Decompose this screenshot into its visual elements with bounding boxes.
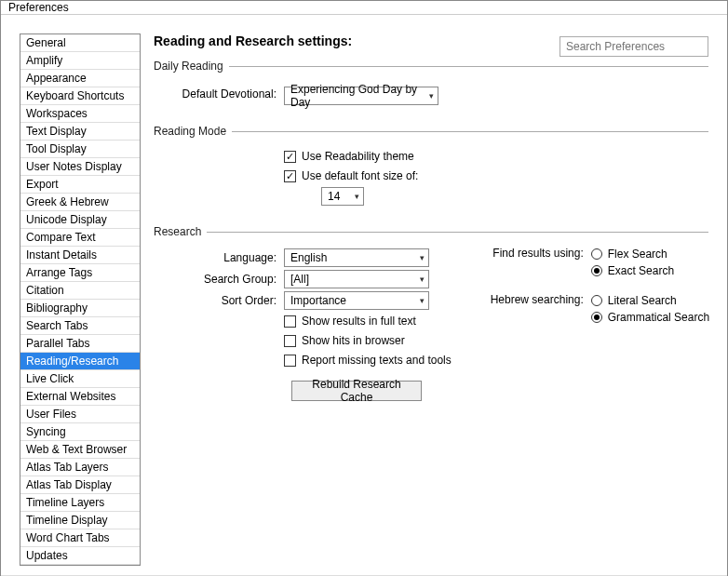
default-font-size-checkbox[interactable]: Use default font size of: xyxy=(284,169,418,182)
show-hits-browser-label: Show hits in browser xyxy=(302,334,405,347)
show-full-text-label: Show results in full text xyxy=(302,315,416,328)
sidebar[interactable]: GeneralAmplifyAppearanceKeyboard Shortcu… xyxy=(20,33,141,566)
sidebar-item[interactable]: General xyxy=(20,34,140,52)
hebrew-searching-option[interactable]: Grammatical Search xyxy=(591,311,709,324)
sidebar-item[interactable]: Tool Display xyxy=(20,141,140,158)
sidebar-item[interactable]: Timeline Layers xyxy=(20,494,140,512)
sidebar-item[interactable]: Amplify xyxy=(20,52,140,70)
chevron-down-icon: ▾ xyxy=(420,296,425,305)
show-full-text-checkbox[interactable]: Show results in full text xyxy=(284,315,416,328)
language-value: English xyxy=(290,251,327,264)
group-reading-mode: Reading Mode Use Readability theme Use d… xyxy=(154,125,708,208)
sidebar-item[interactable]: Live Click xyxy=(20,370,140,388)
radio-icon xyxy=(591,295,602,306)
sort-order-select[interactable]: Importance ▾ xyxy=(284,291,429,310)
radio-icon xyxy=(591,248,602,260)
radio-icon xyxy=(591,312,602,323)
sidebar-item[interactable]: External Websites xyxy=(20,388,140,406)
find-results-option-label: Flex Search xyxy=(608,248,667,261)
sidebar-item[interactable]: Appearance xyxy=(20,70,140,87)
sidebar-item[interactable]: Syncing xyxy=(20,423,140,441)
sidebar-item[interactable]: Citation xyxy=(20,282,140,300)
checkbox-icon xyxy=(284,355,296,367)
chevron-down-icon: ▾ xyxy=(429,91,434,100)
sidebar-item[interactable]: Greek & Hebrew xyxy=(20,194,140,211)
sidebar-item[interactable]: Web & Text Browser xyxy=(20,441,140,459)
page-title: Reading and Research settings: xyxy=(154,33,352,48)
sidebar-item[interactable]: Atlas Tab Display xyxy=(20,476,140,494)
chevron-down-icon: ▾ xyxy=(420,275,425,284)
group-legend-daily: Daily Reading xyxy=(154,60,229,73)
sidebar-item[interactable]: Atlas Tab Layers xyxy=(20,459,140,476)
sidebar-item[interactable]: Export xyxy=(20,176,140,194)
sidebar-item[interactable]: Bibliography xyxy=(20,300,140,317)
readability-checkbox[interactable]: Use Readability theme xyxy=(284,150,414,163)
default-font-size-label: Use default font size of: xyxy=(302,169,418,182)
main-panel: Reading and Research settings: Daily Rea… xyxy=(154,33,708,566)
sort-order-label: Sort Order: xyxy=(154,294,284,307)
find-results-option-label: Exact Search xyxy=(608,264,674,277)
group-daily-reading: Daily Reading Default Devotional: Experi… xyxy=(154,60,708,108)
default-devotional-select[interactable]: Experiencing God Day by Day ▾ xyxy=(284,87,438,105)
sidebar-item[interactable]: Parallel Tabs xyxy=(20,335,140,353)
readability-label: Use Readability theme xyxy=(302,150,414,163)
sidebar-item[interactable]: Updates xyxy=(20,547,140,565)
preferences-window: Preferences GeneralAmplifyAppearanceKeyb… xyxy=(0,0,728,576)
chevron-down-icon: ▾ xyxy=(355,192,359,201)
hebrew-searching-option-label: Literal Search xyxy=(608,294,677,307)
sidebar-item[interactable]: Instant Details xyxy=(20,247,140,264)
group-legend-mode: Reading Mode xyxy=(154,125,232,138)
group-legend-research: Research xyxy=(154,225,207,238)
find-results-label: Find results using: xyxy=(489,246,591,260)
default-devotional-value: Experiencing God Day by Day xyxy=(290,83,422,109)
font-size-value: 14 xyxy=(328,190,340,203)
sidebar-item[interactable]: Keyboard Shortcuts xyxy=(20,87,140,105)
search-group-select[interactable]: [All] ▾ xyxy=(284,270,429,288)
sidebar-item[interactable]: Unicode Display xyxy=(20,211,140,229)
search-group-value: [All] xyxy=(290,273,309,286)
checkbox-icon xyxy=(284,335,296,347)
sidebar-item[interactable]: Word Chart Tabs xyxy=(20,529,140,547)
sidebar-item[interactable]: User Files xyxy=(20,406,140,423)
group-research: Research Language: English ▾ Search Grou… xyxy=(154,225,708,401)
sidebar-item[interactable]: Arrange Tags xyxy=(20,264,140,282)
find-results-option[interactable]: Exact Search xyxy=(591,264,674,277)
sidebar-item[interactable]: Search Tabs xyxy=(20,317,140,335)
language-select[interactable]: English ▾ xyxy=(284,248,429,267)
sidebar-item[interactable]: Workspaces xyxy=(20,105,140,123)
sidebar-item[interactable]: Timeline Display xyxy=(20,512,140,529)
hebrew-searching-label: Hebrew searching: xyxy=(489,292,591,306)
search-input[interactable] xyxy=(559,36,708,57)
window-title: Preferences xyxy=(8,1,69,14)
checkbox-icon xyxy=(284,151,296,163)
sidebar-item[interactable]: User Notes Display xyxy=(20,158,140,176)
find-results-option[interactable]: Flex Search xyxy=(591,248,674,261)
report-missing-checkbox[interactable]: Report missing texts and tools xyxy=(284,354,452,367)
sort-order-value: Importance xyxy=(290,294,346,307)
checkbox-icon xyxy=(284,170,296,182)
hebrew-searching-option[interactable]: Literal Search xyxy=(591,294,709,307)
checkbox-icon xyxy=(284,315,296,328)
font-size-select[interactable]: 14 ▾ xyxy=(321,187,364,206)
titlebar: Preferences xyxy=(1,1,727,15)
body: GeneralAmplifyAppearanceKeyboard Shortcu… xyxy=(1,15,727,575)
rebuild-cache-button[interactable]: Rebuild Research Cache xyxy=(291,381,422,401)
search-group-label: Search Group: xyxy=(154,273,284,286)
default-devotional-label: Default Devotional: xyxy=(154,87,284,100)
radio-icon xyxy=(591,265,602,276)
hebrew-searching-option-label: Grammatical Search xyxy=(608,311,709,324)
chevron-down-icon: ▾ xyxy=(420,253,425,262)
show-hits-browser-checkbox[interactable]: Show hits in browser xyxy=(284,334,405,347)
sidebar-item[interactable]: Compare Text xyxy=(20,229,140,247)
sidebar-item[interactable]: Text Display xyxy=(20,123,140,141)
language-label: Language: xyxy=(154,251,284,264)
report-missing-label: Report missing texts and tools xyxy=(302,354,452,367)
sidebar-item[interactable]: Reading/Research xyxy=(20,353,140,370)
